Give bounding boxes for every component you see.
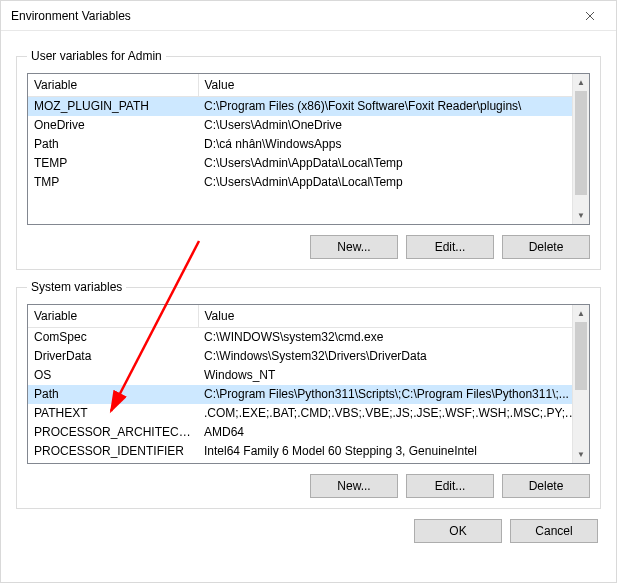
table-row[interactable]: TMPC:\Users\Admin\AppData\Local\Temp [28, 173, 589, 192]
value-cell: Windows_NT [198, 366, 589, 385]
titlebar: Environment Variables [1, 1, 616, 31]
system-variables-legend: System variables [27, 280, 126, 294]
variable-cell: MOZ_PLUGIN_PATH [28, 97, 198, 116]
user-buttons-row: New... Edit... Delete [27, 235, 590, 259]
value-cell: C:\Windows\System32\Drivers\DriverData [198, 347, 589, 366]
table-row[interactable]: OSWindows_NT [28, 366, 589, 385]
table-row[interactable]: OneDriveC:\Users\Admin\OneDrive [28, 116, 589, 135]
table-row[interactable]: PathC:\Program Files\Python311\Scripts\;… [28, 385, 589, 404]
variable-cell: DriverData [28, 347, 198, 366]
variable-cell: PROCESSOR_IDENTIFIER [28, 442, 198, 461]
user-variables-table[interactable]: Variable Value MOZ_PLUGIN_PATHC:\Program… [27, 73, 590, 225]
chevron-down-icon[interactable]: ▼ [573, 446, 589, 463]
table-row[interactable]: PROCESSOR_ARCHITECTUREAMD64 [28, 423, 589, 442]
chevron-down-icon[interactable]: ▼ [573, 207, 589, 224]
variable-cell: Path [28, 135, 198, 154]
user-col-value[interactable]: Value [198, 74, 589, 97]
close-icon[interactable] [570, 2, 610, 30]
chevron-up-icon[interactable]: ▲ [573, 74, 589, 91]
value-cell: AMD64 [198, 423, 589, 442]
table-row[interactable]: TEMPC:\Users\Admin\AppData\Local\Temp [28, 154, 589, 173]
variable-cell: Path [28, 385, 198, 404]
value-cell: C:\Program Files\Python311\Scripts\;C:\P… [198, 385, 589, 404]
user-scrollbar[interactable]: ▲ ▼ [572, 74, 589, 224]
system-col-variable[interactable]: Variable [28, 305, 198, 328]
variable-cell: TEMP [28, 154, 198, 173]
variable-cell: PROCESSOR_ARCHITECTURE [28, 423, 198, 442]
value-cell: C:\Users\Admin\AppData\Local\Temp [198, 154, 589, 173]
user-edit-button[interactable]: Edit... [406, 235, 494, 259]
user-variables-group: User variables for Admin Variable Value … [16, 49, 601, 270]
table-row[interactable]: PROCESSOR_IDENTIFIERIntel64 Family 6 Mod… [28, 442, 589, 461]
system-buttons-row: New... Edit... Delete [27, 474, 590, 498]
user-col-variable[interactable]: Variable [28, 74, 198, 97]
user-variables-legend: User variables for Admin [27, 49, 166, 63]
value-cell: C:\Program Files (x86)\Foxit Software\Fo… [198, 97, 589, 116]
variable-cell: ComSpec [28, 328, 198, 347]
system-edit-button[interactable]: Edit... [406, 474, 494, 498]
system-new-button[interactable]: New... [310, 474, 398, 498]
window-title: Environment Variables [11, 9, 570, 23]
variable-cell: TMP [28, 173, 198, 192]
value-cell: C:\WINDOWS\system32\cmd.exe [198, 328, 589, 347]
system-variables-group: System variables Variable Value ComSpecC… [16, 280, 601, 509]
variable-cell: OneDrive [28, 116, 198, 135]
value-cell: Intel64 Family 6 Model 60 Stepping 3, Ge… [198, 442, 589, 461]
user-delete-button[interactable]: Delete [502, 235, 590, 259]
value-cell: D:\cá nhân\WindowsApps [198, 135, 589, 154]
cancel-button[interactable]: Cancel [510, 519, 598, 543]
value-cell: C:\Users\Admin\OneDrive [198, 116, 589, 135]
value-cell: C:\Users\Admin\AppData\Local\Temp [198, 173, 589, 192]
dialog-footer: OK Cancel [16, 511, 601, 543]
user-new-button[interactable]: New... [310, 235, 398, 259]
system-scrollbar[interactable]: ▲ ▼ [572, 305, 589, 463]
environment-variables-dialog: Environment Variables User variables for… [0, 0, 617, 583]
ok-button[interactable]: OK [414, 519, 502, 543]
variable-cell: OS [28, 366, 198, 385]
dialog-body: User variables for Admin Variable Value … [1, 31, 616, 582]
chevron-up-icon[interactable]: ▲ [573, 305, 589, 322]
system-col-value[interactable]: Value [198, 305, 589, 328]
table-row[interactable]: MOZ_PLUGIN_PATHC:\Program Files (x86)\Fo… [28, 97, 589, 116]
variable-cell: PATHEXT [28, 404, 198, 423]
table-row[interactable]: DriverDataC:\Windows\System32\Drivers\Dr… [28, 347, 589, 366]
table-row[interactable]: PathD:\cá nhân\WindowsApps [28, 135, 589, 154]
table-row[interactable]: PATHEXT.COM;.EXE;.BAT;.CMD;.VBS;.VBE;.JS… [28, 404, 589, 423]
table-row[interactable]: ComSpecC:\WINDOWS\system32\cmd.exe [28, 328, 589, 347]
value-cell: .COM;.EXE;.BAT;.CMD;.VBS;.VBE;.JS;.JSE;.… [198, 404, 589, 423]
system-variables-table[interactable]: Variable Value ComSpecC:\WINDOWS\system3… [27, 304, 590, 464]
system-delete-button[interactable]: Delete [502, 474, 590, 498]
